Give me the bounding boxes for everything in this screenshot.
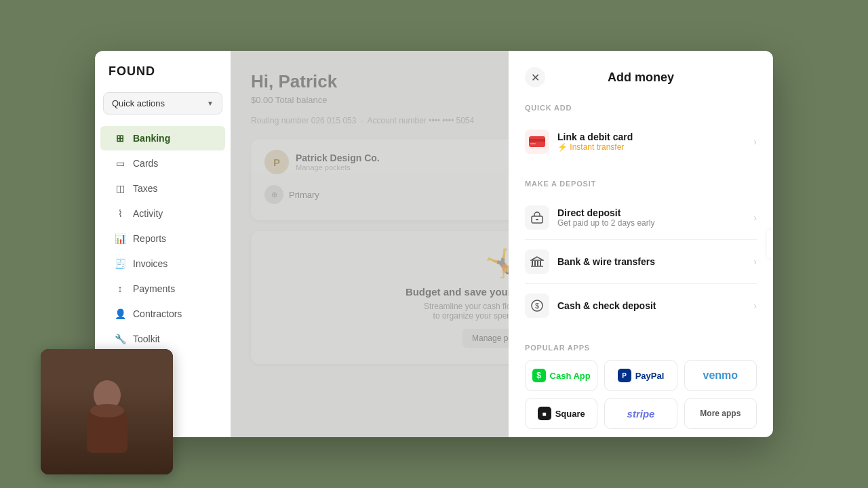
paypal-label: PayPal	[635, 371, 665, 381]
sidebar-item-label: Toolkit	[133, 333, 160, 344]
paypal-icon: P	[618, 369, 631, 382]
svg-rect-4	[536, 219, 538, 220]
quick-actions-dropdown[interactable]: Quick actions ▼	[103, 92, 222, 115]
bank-wire-option[interactable]: Bank & wire transfers ›	[525, 240, 757, 284]
popular-apps-section: POPULAR APPS $ Cash App P PayPal venmo ■…	[525, 344, 757, 429]
svg-rect-6	[534, 261, 536, 266]
cash-check-option[interactable]: $ Cash & check deposit ›	[525, 284, 757, 327]
taxes-icon: ◫	[114, 182, 126, 195]
cashapp-label: Cash App	[550, 371, 591, 381]
svg-rect-1	[529, 139, 545, 142]
svg-rect-2	[530, 143, 536, 144]
chevron-right-icon: ›	[753, 256, 757, 267]
cash-check-title: Cash & check deposit	[557, 300, 656, 311]
sidebar-item-reports[interactable]: 📊 Reports	[100, 226, 225, 251]
cashapp-button[interactable]: $ Cash App	[525, 360, 597, 391]
cards-icon: ▭	[114, 157, 126, 169]
modal-title: Add money	[608, 70, 674, 85]
quick-add-label: QUICK ADD	[525, 104, 757, 112]
payments-icon: ↕	[114, 283, 126, 295]
svg-point-13	[90, 404, 124, 418]
sidebar-item-taxes[interactable]: ◫ Taxes	[100, 176, 225, 201]
contractors-icon: 👤	[114, 308, 126, 320]
bank-icon	[525, 249, 549, 274]
app-logo: FOUND	[95, 64, 231, 92]
quick-actions-label: Quick actions	[112, 98, 165, 108]
paypal-button[interactable]: P PayPal	[604, 360, 677, 391]
chevron-right-icon: ›	[753, 212, 757, 223]
quick-add-section: QUICK ADD Link a debit card ⚡ Instant tr…	[525, 104, 757, 163]
more-apps-label: More apps	[700, 409, 741, 418]
venmo-label: venmo	[703, 369, 738, 382]
square-label: Square	[555, 409, 585, 419]
square-icon: ■	[538, 407, 551, 420]
square-button[interactable]: ■ Square	[525, 398, 597, 429]
sidebar-item-label: Banking	[133, 133, 170, 144]
sidebar-item-banking[interactable]: ⊞ Banking	[100, 126, 225, 150]
sidebar-item-activity[interactable]: ⌇ Activity	[100, 201, 225, 226]
activity-icon: ⌇	[114, 207, 126, 220]
sidebar-item-payments[interactable]: ↕ Payments	[100, 277, 225, 301]
chevron-down-icon: ▼	[207, 100, 214, 107]
chevron-right-icon: ›	[753, 300, 757, 311]
more-apps-button[interactable]: More apps	[684, 398, 757, 429]
svg-rect-8	[540, 261, 541, 266]
modal-header: ✕ Add money	[525, 67, 757, 87]
banking-icon: ⊞	[114, 132, 126, 144]
app-container: FOUND Quick actions ▼ ⊞ Banking ▭ Cards …	[95, 51, 773, 437]
direct-deposit-sub: Get paid up to 2 days early	[557, 218, 654, 228]
sidebar-item-label: Taxes	[133, 183, 158, 194]
sidebar-item-label: Invoices	[133, 258, 167, 269]
add-money-modal: ✕ Add money QUICK ADD Link a debi	[509, 51, 773, 437]
popular-apps-label: POPULAR APPS	[525, 344, 757, 352]
reports-icon: 📊	[114, 232, 126, 245]
svg-rect-12	[87, 412, 127, 453]
link-debit-title: Link a debit card	[557, 131, 633, 142]
direct-deposit-icon	[525, 205, 549, 230]
sidebar-item-label: Contractors	[133, 308, 182, 319]
stripe-button[interactable]: stripe	[604, 398, 677, 429]
sidebar-item-label: Reports	[133, 233, 166, 244]
direct-deposit-text: Direct deposit Get paid up to 2 days ear…	[557, 207, 654, 228]
sidebar-item-invoices[interactable]: 🧾 Invoices	[100, 251, 225, 276]
toolkit-icon: 🔧	[114, 333, 126, 345]
sidebar-item-label: Cards	[133, 158, 158, 169]
video-content	[41, 349, 173, 474]
video-widget	[41, 349, 173, 474]
svg-text:$: $	[535, 302, 539, 310]
svg-rect-7	[537, 261, 538, 266]
debit-icon	[525, 129, 549, 154]
apps-grid: $ Cash App P PayPal venmo ■ Square strip…	[525, 360, 757, 429]
cash-icon: $	[525, 293, 549, 318]
link-debit-option[interactable]: Link a debit card ⚡ Instant transfer ›	[525, 120, 757, 163]
direct-deposit-option[interactable]: Direct deposit Get paid up to 2 days ear…	[525, 196, 757, 240]
venmo-button[interactable]: venmo	[684, 360, 757, 391]
svg-rect-5	[532, 261, 533, 266]
chevron-right-icon: ›	[753, 136, 757, 147]
direct-deposit-left: Direct deposit Get paid up to 2 days ear…	[525, 205, 654, 230]
cashapp-icon: $	[532, 369, 546, 382]
sidebar-item-contractors[interactable]: 👤 Contractors	[100, 302, 225, 326]
bank-wire-title: Bank & wire transfers	[557, 256, 655, 267]
invoices-icon: 🧾	[114, 258, 126, 270]
sidebar-item-cards[interactable]: ▭ Cards	[100, 151, 225, 176]
sidebar-item-label: Payments	[133, 283, 175, 294]
link-debit-text: Link a debit card ⚡ Instant transfer	[557, 131, 633, 152]
person-silhouette	[41, 349, 173, 474]
make-deposit-section: MAKE A DEPOSIT Direct deposit Get paid u…	[525, 180, 757, 327]
cash-check-left: $ Cash & check deposit	[525, 293, 656, 318]
bank-wire-left: Bank & wire transfers	[525, 249, 655, 274]
link-debit-sub: ⚡ Instant transfer	[557, 142, 633, 152]
make-deposit-label: MAKE A DEPOSIT	[525, 180, 757, 188]
sidebar-item-toolkit[interactable]: 🔧 Toolkit	[100, 327, 225, 351]
direct-deposit-title: Direct deposit	[557, 207, 654, 218]
sidebar-toggle[interactable]: ›	[767, 230, 773, 258]
link-debit-left: Link a debit card ⚡ Instant transfer	[525, 129, 633, 154]
sidebar-item-label: Activity	[133, 208, 163, 219]
stripe-label: stripe	[627, 408, 655, 420]
sidebar-nav: ⊞ Banking ▭ Cards ◫ Taxes ⌇ Activity 📊 R…	[95, 125, 231, 352]
modal-close-button[interactable]: ✕	[525, 67, 545, 87]
